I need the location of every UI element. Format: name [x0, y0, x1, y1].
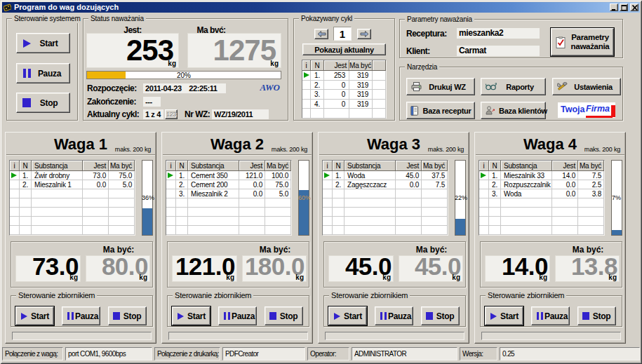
- cycle-col-n[interactable]: N: [311, 60, 324, 71]
- cell-n: [176, 198, 188, 208]
- system-pause-button[interactable]: Pauza: [16, 63, 70, 83]
- col-mabyc[interactable]: Ma być: [109, 161, 135, 171]
- minimize-button[interactable]: [610, 4, 618, 11]
- substances-table[interactable]: i N Substancja Jest Ma być 1. Cement 350…: [166, 160, 292, 236]
- col-n[interactable]: N: [176, 161, 188, 171]
- table-row[interactable]: [10, 217, 135, 226]
- tank-stop-button[interactable]: Stop: [265, 306, 303, 325]
- cycle-col-i[interactable]: i: [302, 60, 311, 71]
- close-button[interactable]: [630, 4, 638, 11]
- table-row[interactable]: 2. Cement 200 0.0 75.0: [166, 180, 291, 189]
- tank-start-button[interactable]: Start: [328, 306, 367, 325]
- col-mabyc[interactable]: Ma być: [422, 161, 448, 171]
- table-row[interactable]: 3. Mieszalnik 2 0.0 5.0: [166, 189, 291, 198]
- cycle-prev-button[interactable]: [314, 29, 328, 39]
- cycle-col-jest[interactable]: Jest: [324, 60, 349, 71]
- table-row[interactable]: [323, 226, 448, 235]
- col-i[interactable]: i: [323, 161, 333, 171]
- table-row[interactable]: [166, 198, 291, 208]
- cell-jest: [396, 226, 422, 235]
- reports-button[interactable]: Raporty: [481, 78, 546, 95]
- substances-table[interactable]: i N Substancja Jest Ma być 1. Mieszalnik…: [479, 160, 605, 236]
- table-row[interactable]: 2. Rozpuszczalnik 0.0 2.5: [479, 180, 604, 189]
- tank-pause-button[interactable]: Pauza: [375, 306, 413, 325]
- tank-pause-button[interactable]: Pauza: [531, 306, 570, 325]
- cell-n: [333, 226, 345, 235]
- col-substancja[interactable]: Substancja: [501, 161, 552, 171]
- table-row[interactable]: [323, 217, 448, 226]
- table-row[interactable]: 2. Zagęszczacz 0.0 7.5: [323, 180, 448, 189]
- table-row[interactable]: [10, 208, 135, 217]
- tank-start-button[interactable]: Start: [15, 306, 54, 325]
- table-row[interactable]: [323, 189, 448, 198]
- waga-mabyc-unit: kg: [295, 274, 304, 281]
- system-start-button[interactable]: Start: [16, 33, 70, 53]
- col-n[interactable]: N: [333, 161, 345, 171]
- show-current-button[interactable]: Pokazuj aktualny: [302, 43, 386, 55]
- recipes-db-button[interactable]: Baza receptur: [406, 102, 475, 119]
- clients-db-button[interactable]: Baza klientów: [481, 102, 546, 119]
- substances-table[interactable]: i N Substancja Jest Ma być 1. Woda 45.0 …: [322, 160, 448, 236]
- col-jest[interactable]: Jest: [83, 161, 109, 171]
- table-row[interactable]: [10, 198, 135, 208]
- tank-start-button[interactable]: Start: [485, 306, 523, 325]
- maximize-button[interactable]: [620, 4, 628, 11]
- table-row[interactable]: 3. Woda 0.0 3.8: [479, 189, 604, 198]
- cell-mabyc: [109, 217, 135, 226]
- tank-start-button[interactable]: Start: [172, 306, 210, 325]
- col-jest[interactable]: Jest: [396, 161, 422, 171]
- cycle-col-extra[interactable]: [373, 60, 386, 71]
- table-row[interactable]: [479, 226, 604, 235]
- col-substancja[interactable]: Substancja: [188, 161, 239, 171]
- table-row[interactable]: 1. Cement 350 121.0 100.0: [166, 171, 291, 180]
- substances-table[interactable]: i N Substancja Jest Ma być 1. Żwir drobn…: [9, 160, 135, 236]
- cycle-table[interactable]: i N Jest Ma być 1. 253 319 2. 0 319 3. 0…: [302, 60, 387, 119]
- cycle-col-mabyc[interactable]: Ma być: [349, 60, 373, 71]
- table-row[interactable]: 1. Woda 45.0 37.5: [323, 171, 448, 180]
- cycle-next-button[interactable]: [357, 29, 371, 39]
- col-n[interactable]: N: [489, 161, 501, 171]
- table-row[interactable]: 3. 0 319: [302, 90, 386, 100]
- table-row[interactable]: [323, 208, 448, 217]
- col-substancja[interactable]: Substancja: [345, 161, 396, 171]
- waga-jest-display: 45.0 kg: [328, 255, 394, 282]
- table-row[interactable]: 1. 253 319: [302, 71, 386, 81]
- table-row[interactable]: [302, 109, 386, 119]
- table-row[interactable]: 4. 0 319: [302, 100, 386, 109]
- col-mabyc[interactable]: Ma być: [265, 161, 291, 171]
- table-row[interactable]: [323, 198, 448, 208]
- col-substancja[interactable]: Substancja: [32, 161, 83, 171]
- system-stop-button[interactable]: Stop: [16, 93, 70, 113]
- tank-pause-button[interactable]: Pauza: [218, 306, 257, 325]
- tank-stop-button[interactable]: Stop: [577, 306, 616, 325]
- col-i[interactable]: i: [166, 161, 176, 171]
- substances-table-body: 1. Mieszalnik 33 14.0 7.5 2. Rozpuszczal…: [479, 171, 604, 235]
- table-row[interactable]: [166, 208, 291, 217]
- cycle-123-button[interactable]: 123: [165, 109, 178, 119]
- table-row[interactable]: [479, 198, 604, 208]
- col-mabyc[interactable]: Ma być: [578, 161, 604, 171]
- table-row[interactable]: [166, 226, 291, 235]
- print-wz-button[interactable]: Drukuj WZ: [406, 78, 475, 95]
- table-row[interactable]: 2. 0 319: [302, 81, 386, 90]
- table-row[interactable]: [479, 208, 604, 217]
- tank-stop-button[interactable]: Stop: [108, 306, 147, 325]
- tank-stop-button[interactable]: Stop: [421, 306, 460, 325]
- table-row[interactable]: [10, 189, 135, 198]
- col-i[interactable]: i: [10, 161, 20, 171]
- settings-button[interactable]: Ustawienia: [552, 78, 621, 95]
- table-row[interactable]: [10, 226, 135, 235]
- col-i[interactable]: i: [479, 161, 489, 171]
- table-row[interactable]: [479, 217, 604, 226]
- col-jest[interactable]: Jest: [239, 161, 265, 171]
- col-n[interactable]: N: [20, 161, 32, 171]
- weighing-params-button[interactable]: Parametrynaważania: [551, 28, 614, 56]
- print-wz-label: Drukuj WZ: [426, 83, 474, 91]
- table-row[interactable]: 2. Mieszalnik 1 0.0 5.0: [10, 180, 135, 189]
- table-row[interactable]: 1. Żwir drobny 73.0 75.0: [10, 171, 135, 180]
- title-bar[interactable]: Program do wag dozujących: [2, 2, 640, 13]
- table-row[interactable]: [166, 217, 291, 226]
- tank-pause-button[interactable]: Pauza: [62, 306, 100, 325]
- table-row[interactable]: 1. Mieszalnik 33 14.0 7.5: [479, 171, 604, 180]
- col-jest[interactable]: Jest: [552, 161, 578, 171]
